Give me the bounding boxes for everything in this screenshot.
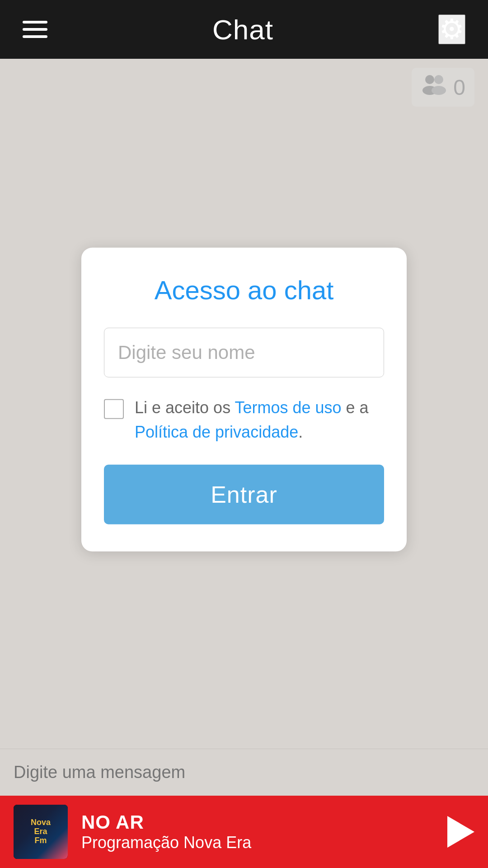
message-input-bar: [0, 749, 488, 796]
top-bar: 0: [0, 59, 488, 111]
group-count-number: 0: [453, 75, 465, 100]
terms-text: Li e aceito os Termos de uso e a Polític…: [135, 396, 384, 444]
chat-access-modal: Acesso ao chat Li e aceito os Termos de …: [81, 248, 407, 552]
main-content: 0 Acesso ao chat Li e aceito os Termos d…: [0, 59, 488, 796]
svg-point-0: [425, 75, 434, 84]
menu-button[interactable]: [23, 21, 47, 38]
play-icon: [447, 816, 474, 848]
page-title: Chat: [212, 14, 273, 46]
message-input[interactable]: [14, 758, 474, 787]
modal-title: Acesso ao chat: [104, 275, 384, 305]
player-info: NO AR Programação Nova Era: [81, 811, 434, 852]
svg-point-1: [434, 75, 443, 84]
chat-area: Acesso ao chat Li e aceito os Termos de …: [0, 111, 488, 749]
play-button[interactable]: [447, 816, 474, 848]
settings-button[interactable]: ⚙: [438, 14, 465, 44]
terms-suffix: .: [298, 423, 303, 441]
player-thumbnail-text: NovaEraFm: [31, 818, 51, 845]
svg-point-3: [432, 86, 446, 95]
terms-prefix: Li e aceito os: [135, 398, 235, 417]
player-bar: NovaEraFm NO AR Programação Nova Era: [0, 796, 488, 868]
privacy-policy-link[interactable]: Política de privacidade: [135, 423, 298, 441]
enter-button[interactable]: Entrar: [104, 465, 384, 524]
name-input[interactable]: [104, 328, 384, 377]
terms-of-use-link[interactable]: Termos de uso: [235, 398, 341, 417]
terms-checkbox[interactable]: [104, 399, 124, 419]
group-icon: [421, 73, 448, 101]
app-header: Chat ⚙: [0, 0, 488, 59]
player-on-air-label: NO AR: [81, 811, 434, 833]
group-count-container: 0: [412, 68, 474, 107]
terms-middle: e a: [342, 398, 369, 417]
terms-row: Li e aceito os Termos de uso e a Polític…: [104, 396, 384, 444]
player-program-name: Programação Nova Era: [81, 833, 434, 852]
player-thumbnail-inner: NovaEraFm: [14, 805, 68, 859]
player-thumbnail: NovaEraFm: [14, 805, 68, 859]
